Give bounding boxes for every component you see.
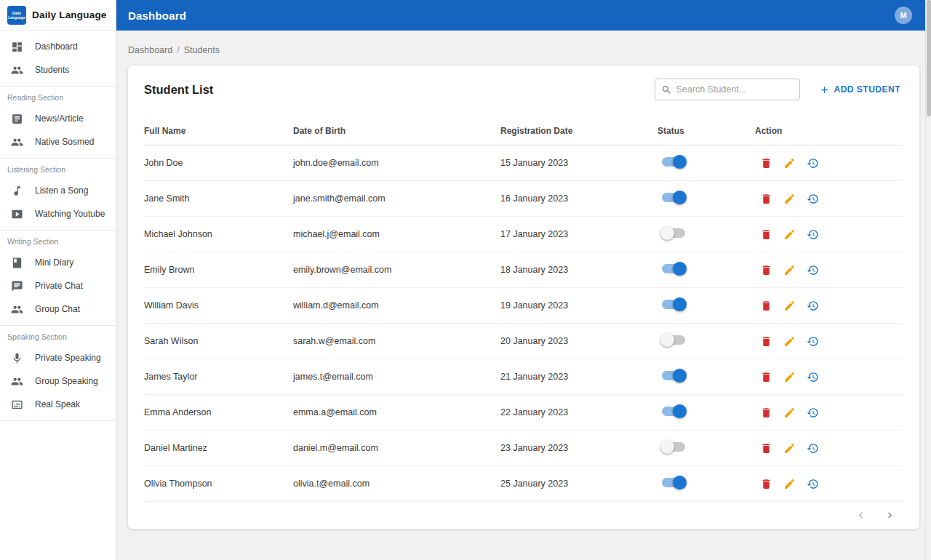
table-row: Michael Johnson michael.j@email.com 17 J… (144, 217, 903, 252)
trash-icon (760, 478, 772, 490)
column-header-date-of-birth: Date of Birth (293, 126, 500, 136)
student-list-card: Student List ADD STUDENT Full Name Date … (128, 65, 919, 529)
edit-button[interactable] (781, 369, 797, 385)
status-toggle[interactable] (660, 297, 687, 312)
sidebar-item-mini-diary[interactable]: Mini Diary (0, 251, 116, 274)
restore-button[interactable] (804, 226, 820, 242)
status-toggle[interactable] (660, 476, 687, 490)
scrollbar-thumb[interactable] (927, 0, 931, 116)
cell-actions (755, 369, 903, 385)
edit-button[interactable] (781, 191, 797, 207)
delete-button[interactable] (758, 369, 774, 385)
people-icon (10, 303, 23, 316)
cell-status (658, 369, 755, 385)
plus-icon (819, 84, 830, 95)
sidebar-item-group-chat[interactable]: Group Chat (0, 297, 116, 321)
status-toggle[interactable] (660, 440, 687, 455)
restore-button[interactable] (804, 191, 820, 207)
scrollbar[interactable] (925, 0, 931, 560)
restore-button[interactable] (804, 155, 820, 171)
chevron-left-icon (855, 509, 867, 521)
cell-status (658, 476, 755, 492)
sidebar-item-watching-youtube[interactable]: Watching Youtube (0, 202, 116, 225)
sidebar-item-listen-a-song[interactable]: Listen a Song (0, 179, 116, 202)
delete-button[interactable] (758, 476, 774, 492)
restore-button[interactable] (804, 440, 820, 456)
breadcrumb-dashboard[interactable]: Dashboard (128, 45, 172, 55)
status-toggle[interactable] (660, 404, 687, 419)
pencil-icon (783, 478, 796, 490)
restore-icon (807, 478, 819, 490)
edit-button[interactable] (781, 226, 797, 242)
sidebar-item-label: News/Article (35, 113, 84, 124)
pencil-icon (783, 335, 796, 348)
trash-icon (760, 371, 772, 383)
cell-email: john.doe@email.com (293, 158, 500, 168)
cell-email: sarah.w@email.com (293, 336, 500, 346)
sidebar-item-label: Mini Diary (35, 257, 73, 268)
cell-registration-date: 23 January 2023 (500, 443, 658, 453)
edit-button[interactable] (781, 440, 797, 456)
edit-button[interactable] (781, 262, 797, 278)
restore-button[interactable] (804, 333, 820, 349)
cell-email: daniel.m@email.com (293, 443, 500, 453)
cell-actions (755, 191, 903, 207)
sidebar-item-real-speak[interactable]: Real Speak (0, 393, 116, 416)
status-toggle[interactable] (660, 226, 687, 241)
restore-button[interactable] (804, 369, 820, 385)
status-toggle[interactable] (660, 155, 687, 169)
sidebar-item-group-speaking[interactable]: Group Speaking (0, 369, 116, 393)
restore-icon (807, 371, 819, 383)
restore-button[interactable] (804, 262, 820, 278)
edit-button[interactable] (781, 333, 797, 349)
previous-page-button[interactable] (851, 506, 870, 525)
cell-full-name: Michael Johnson (144, 229, 293, 239)
trash-icon (760, 157, 772, 169)
status-toggle[interactable] (660, 333, 687, 348)
edit-button[interactable] (781, 404, 797, 420)
delete-button[interactable] (758, 155, 774, 171)
delete-button[interactable] (758, 297, 774, 313)
next-page-button[interactable] (880, 506, 899, 525)
sidebar-section-listening: Listening Section (0, 159, 116, 179)
delete-button[interactable] (758, 440, 774, 456)
music-note-icon (10, 184, 23, 197)
sidebar-item-dashboard[interactable]: Dashboard (0, 35, 116, 58)
trash-icon (760, 442, 772, 455)
edit-button[interactable] (781, 297, 797, 313)
delete-button[interactable] (758, 404, 774, 420)
breadcrumb-students[interactable]: Students (184, 45, 220, 55)
sidebar-item-private-chat[interactable]: Private Chat (0, 274, 116, 297)
sidebar-item-students[interactable]: Students (0, 58, 116, 81)
table-row: Jane Smith jane.smith@email.com 16 Janua… (144, 181, 903, 217)
table-row: Sarah Wilson sarah.w@email.com 20 Januar… (144, 324, 903, 359)
delete-button[interactable] (758, 226, 774, 242)
cell-registration-date: 20 January 2023 (500, 336, 658, 346)
delete-button[interactable] (758, 191, 774, 207)
user-avatar[interactable]: M (895, 7, 912, 24)
cell-registration-date: 22 January 2023 (500, 407, 658, 417)
sidebar-item-private-speaking[interactable]: Private Speaking (0, 346, 116, 369)
add-student-button[interactable]: ADD STUDENT (816, 80, 904, 100)
edit-button[interactable] (781, 476, 797, 492)
sidebar-item-news-article[interactable]: News/Article (0, 107, 116, 130)
sidebar-item-native-sosmed[interactable]: Native Sosmed (0, 130, 116, 153)
table-row: James Taylor james.t@email.com 21 Januar… (144, 359, 903, 395)
restore-button[interactable] (804, 476, 820, 492)
restore-button[interactable] (804, 297, 820, 313)
trash-icon (760, 335, 772, 348)
edit-button[interactable] (781, 155, 797, 171)
sidebar-item-label: Private Speaking (35, 353, 101, 363)
search-input[interactable] (676, 84, 794, 95)
status-toggle[interactable] (660, 369, 687, 383)
status-toggle[interactable] (660, 262, 687, 276)
restore-button[interactable] (804, 404, 820, 420)
cell-status (658, 226, 755, 243)
student-table: Full Name Date of Birth Registration Dat… (144, 116, 903, 502)
brand-logo: Daily Language (7, 6, 26, 25)
add-student-label: ADD STUDENT (834, 84, 901, 95)
delete-button[interactable] (758, 333, 774, 349)
chat-icon (10, 279, 23, 292)
status-toggle[interactable] (660, 191, 687, 205)
delete-button[interactable] (758, 262, 774, 278)
